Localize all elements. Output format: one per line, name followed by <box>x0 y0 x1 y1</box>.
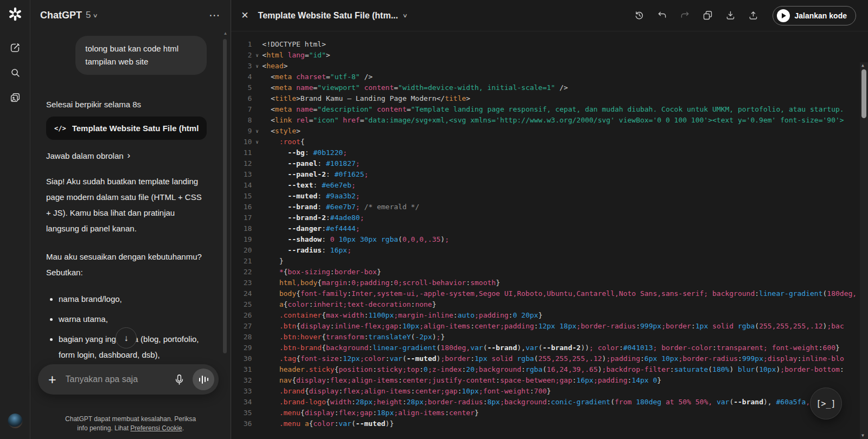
code-line[interactable]: 3∨<head> <box>231 61 868 72</box>
line-number: 9 <box>231 126 252 137</box>
openai-logo-glyph <box>7 6 23 22</box>
undo-icon[interactable] <box>656 10 668 21</box>
openai-logo[interactable] <box>7 6 23 22</box>
share-icon[interactable] <box>748 10 759 21</box>
code-line[interactable]: 16 --brand: #6ee7b7; /* emerald */ <box>231 202 868 212</box>
canvas-header: ✕ Template Website Satu File (htm... ∨ <box>231 0 868 31</box>
code-line[interactable]: 31 header.sticky{position:sticky;top:0;z… <box>231 364 868 375</box>
line-number: 8 <box>231 115 252 126</box>
canvas-title[interactable]: Template Website Satu File (htm... <box>258 11 398 21</box>
chat-panel: ChatGPT 5 ∨ ⋯ tolong buat kan code html … <box>30 0 231 439</box>
code-line[interactable]: 21 } <box>231 256 868 267</box>
conversation-menu-icon[interactable]: ⋯ <box>209 9 221 22</box>
redo-icon[interactable] <box>679 10 691 21</box>
copy-icon[interactable] <box>702 10 713 21</box>
code-line[interactable]: 17 --brand-2:#4ade80; <box>231 212 868 223</box>
code-line[interactable]: 13 --panel-2: #0f1625; <box>231 169 868 180</box>
editor-scrollbar-down-icon[interactable]: ▼ <box>861 433 864 438</box>
code-line[interactable]: 9∨ <style> <box>231 126 868 137</box>
editor-scrollbar-thumb[interactable] <box>861 69 866 118</box>
fold-chevron-icon[interactable]: ∨ <box>252 61 262 72</box>
code-line[interactable]: 26 .container{max-width:1100px;margin-in… <box>231 310 868 321</box>
code-line[interactable]: 28 .btn:hover{transform:translateY(-2px)… <box>231 332 868 343</box>
line-number: 36 <box>231 418 252 429</box>
code-line[interactable]: 33 .brand{display:flex;align-items:cente… <box>231 386 868 397</box>
code-line[interactable]: 25 a{color:inherit;text-decoration:none} <box>231 299 868 310</box>
line-number: 24 <box>231 288 252 299</box>
cookie-preferences-link[interactable]: Preferensi Cookie <box>130 424 182 432</box>
library-icon[interactable] <box>8 91 22 105</box>
canvas-document-title: Template Website Satu File (html <box>72 124 199 133</box>
fold-spacer <box>252 364 262 375</box>
history-icon[interactable] <box>634 10 645 21</box>
code-line[interactable]: 10∨ :root{ <box>231 137 868 147</box>
bullet-item: warna utama, <box>59 311 207 327</box>
line-number: 30 <box>231 353 252 364</box>
line-number: 26 <box>231 310 252 321</box>
code-line[interactable]: 32 nav{display:flex;align-items:center;j… <box>231 375 868 386</box>
canvas-title-chevron-down-icon[interactable]: ∨ <box>402 12 407 18</box>
editor-scrollbar-up-icon[interactable]: ▲ <box>861 63 864 68</box>
chat-scrollbar[interactable] <box>223 39 227 353</box>
code-line[interactable]: 15 --muted: #9aa3b2; <box>231 191 868 202</box>
fold-chevron-icon[interactable]: ∨ <box>252 50 262 61</box>
code-line[interactable]: 20 --radius: 16px; <box>231 245 868 256</box>
reply-in-chat-link[interactable]: Jawab dalam obrolan › <box>46 150 207 161</box>
fold-chevron-icon[interactable]: ∨ <box>252 126 262 137</box>
code-line[interactable]: 14 --text: #e6e7eb; <box>231 180 868 191</box>
code-line[interactable]: 24 body{font-family:Inter,system-ui,-app… <box>231 288 868 299</box>
message-composer[interactable]: + <box>38 364 219 395</box>
editor-scrollbar[interactable]: ▲ ▼ <box>860 62 868 439</box>
code-line[interactable]: 1<!DOCTYPE html> <box>231 39 868 50</box>
scroll-to-bottom-button[interactable]: ↓ <box>116 327 137 348</box>
new-chat-icon[interactable] <box>8 41 22 55</box>
code-line[interactable]: 22 *{box-sizing:border-box} <box>231 267 868 277</box>
model-version: 5 <box>86 10 91 21</box>
app-title: ChatGPT <box>40 10 82 21</box>
thinking-status[interactable]: Selesai berpikir selama 8s <box>46 100 207 109</box>
code-line[interactable]: 30 .tag{font-size:12px;color:var(--muted… <box>231 353 868 364</box>
code-line[interactable]: 8 <link rel="icon" href="data:image/svg+… <box>231 115 868 126</box>
line-number: 34 <box>231 397 252 408</box>
chat-scrollbar-up-icon[interactable]: ▲ <box>223 31 227 36</box>
code-line[interactable]: 12 --panel: #101827; <box>231 158 868 169</box>
canvas-document-card[interactable]: </> Template Website Satu File (html <box>46 117 207 140</box>
console-toggle-button[interactable]: [>_] <box>810 388 842 419</box>
code-line[interactable]: 29 .btn-brand{background:linear-gradient… <box>231 343 868 353</box>
code-line[interactable]: 18 --danger:#ef4444; <box>231 223 868 234</box>
code-line[interactable]: 11 --bg: #0b1220; <box>231 147 868 158</box>
fold-spacer <box>252 375 262 386</box>
fold-spacer <box>252 191 262 202</box>
line-number: 14 <box>231 180 252 191</box>
code-line[interactable]: 36 .menu a{color:var(--muted)} <box>231 418 868 429</box>
code-editor[interactable]: 1<!DOCTYPE html>2∨<html lang="id">3∨<hea… <box>231 31 868 439</box>
code-line[interactable]: 23 html,body{margin:0;padding:0;scroll-b… <box>231 277 868 288</box>
microphone-icon[interactable] <box>173 373 186 386</box>
code-line[interactable]: 19 --shadow: 0 10px 30px rgba(0,0,0,.35)… <box>231 234 868 245</box>
search-icon[interactable] <box>8 66 22 80</box>
code-line[interactable]: 6 <title>Brand Kamu — Landing Page Moder… <box>231 93 868 104</box>
code-line[interactable]: 4 <meta charset="utf-8" /> <box>231 72 868 82</box>
message-input[interactable] <box>65 374 171 385</box>
code-line[interactable]: 7 <meta name="description" content="Temp… <box>231 104 868 115</box>
code-area: 1<!DOCTYPE html>2∨<html lang="id">3∨<hea… <box>231 39 868 429</box>
fold-spacer <box>252 39 262 50</box>
close-canvas-icon[interactable]: ✕ <box>241 10 248 21</box>
code-line[interactable]: 27 .btn{display:inline-flex;gap:10px;ali… <box>231 321 868 332</box>
fold-spacer <box>252 332 262 343</box>
code-line[interactable]: 35 .menu{display:flex;gap:18px;align-ite… <box>231 408 868 418</box>
fold-spacer <box>252 353 262 364</box>
code-line[interactable]: 2∨<html lang="id"> <box>231 50 868 61</box>
line-number: 31 <box>231 364 252 375</box>
user-avatar[interactable] <box>8 414 22 428</box>
voice-mode-button[interactable] <box>193 369 214 390</box>
fold-chevron-icon[interactable]: ∨ <box>252 137 262 147</box>
download-icon[interactable] <box>725 10 736 21</box>
run-code-button[interactable]: Jalankan kode <box>773 6 857 25</box>
line-number: 13 <box>231 169 252 180</box>
code-line[interactable]: 5 <meta name="viewport" content="width=d… <box>231 82 868 93</box>
waveform-icon <box>199 378 201 382</box>
code-line[interactable]: 34 .brand-logo{width:28px;height:28px;bo… <box>231 397 868 408</box>
attach-plus-icon[interactable]: + <box>48 373 56 386</box>
model-chevron-down-icon[interactable]: ∨ <box>93 12 98 18</box>
